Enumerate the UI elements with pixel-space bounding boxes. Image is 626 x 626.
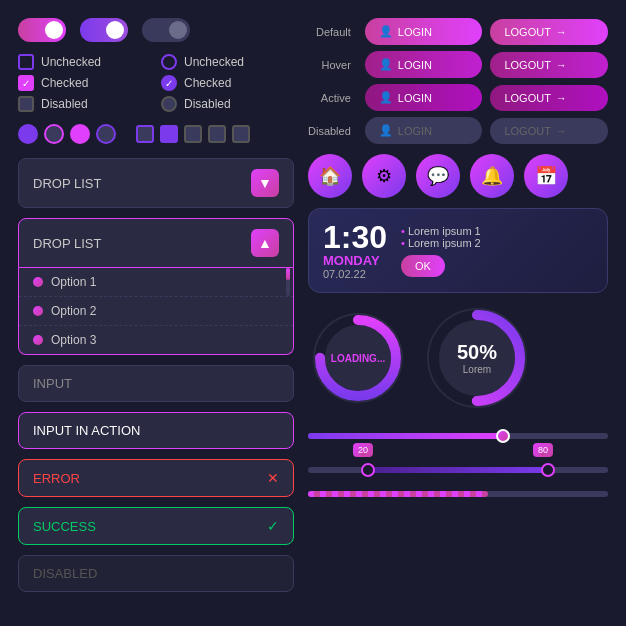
slider-1-container xyxy=(308,423,608,443)
input-default[interactable]: INPUT xyxy=(18,365,294,402)
cb-disabled-circle-box xyxy=(161,96,177,112)
cb-disabled-label: Disabled xyxy=(41,97,88,111)
logout-icon-hover: → xyxy=(556,59,567,71)
loading-circle: LOADING... xyxy=(308,308,408,408)
dot-square-4[interactable] xyxy=(208,125,226,143)
input-disabled: DISABLED xyxy=(18,555,294,592)
cb-checked-circle-label: Checked xyxy=(184,76,231,90)
sliders-column: 20 80 xyxy=(308,423,608,608)
checkbox-unchecked-circle[interactable]: Unchecked xyxy=(161,54,294,70)
slider-2-container: 20 80 xyxy=(308,453,608,477)
dot-square-2[interactable] xyxy=(160,125,178,143)
dropdown-arrow-down[interactable]: ▼ xyxy=(251,169,279,197)
checkbox-checked-circle[interactable]: ✓ Checked xyxy=(161,75,294,91)
state-default-label: Default xyxy=(308,26,357,38)
option-label-2: Option 2 xyxy=(51,304,96,318)
calendar-icon-button[interactable]: 📅 xyxy=(524,154,568,198)
input-success[interactable]: SUCCESS ✓ xyxy=(18,507,294,545)
btn-logout-hover[interactable]: LOGOUT → xyxy=(490,52,608,78)
dropdown-option-1[interactable]: Option 1 xyxy=(19,268,293,297)
dropdown-arrow-up[interactable]: ▲ xyxy=(251,229,279,257)
btn-logout-active[interactable]: LOGOUT → xyxy=(490,85,608,111)
percent-circle-inner: 50% Lorem xyxy=(457,341,497,375)
slider-1-thumb[interactable] xyxy=(496,429,510,443)
dropdown-option-2[interactable]: Option 2 xyxy=(19,297,293,326)
input-active[interactable]: INPUT IN ACTION xyxy=(18,412,294,449)
dot-circle-2[interactable] xyxy=(44,124,64,144)
toggle-on[interactable] xyxy=(18,18,66,42)
cb-unchecked-purple-box[interactable] xyxy=(18,54,34,70)
button-states-grid: Default 👤 LOGIN LOGOUT → Hover 👤 LOGIN L… xyxy=(308,18,608,144)
slider-2-left-thumb[interactable]: 20 xyxy=(361,463,375,477)
toggle-half[interactable] xyxy=(80,18,128,42)
login-icon-default: 👤 xyxy=(379,25,393,38)
cb-checked-pink-box[interactable]: ✓ xyxy=(18,75,34,91)
toggle-off[interactable] xyxy=(142,18,190,42)
dropdown-closed[interactable]: DROP LIST ▼ xyxy=(18,158,294,208)
dropdown-scrollbar xyxy=(286,268,290,296)
settings-icon: ⚙ xyxy=(376,165,392,187)
dot-circle-4[interactable] xyxy=(96,124,116,144)
slider-2-track[interactable]: 20 80 xyxy=(308,467,608,473)
btn-logout-default[interactable]: LOGOUT → xyxy=(490,19,608,45)
clock-date: 07.02.22 xyxy=(323,268,387,280)
dot-square-3[interactable] xyxy=(184,125,202,143)
option-dot-1 xyxy=(33,277,43,287)
percent-circle: 50% Lorem xyxy=(422,303,532,413)
slider-2-right-thumb[interactable]: 80 xyxy=(541,463,555,477)
dropdown-open-label: DROP LIST xyxy=(33,236,101,251)
dropdown-options: Option 1 Option 2 Option 3 xyxy=(18,268,294,355)
slider-3-track xyxy=(308,491,608,497)
dot-circle-1[interactable] xyxy=(18,124,38,144)
right-column: Default 👤 LOGIN LOGOUT → Hover 👤 LOGIN L… xyxy=(308,18,608,608)
btn-login-disabled: 👤 LOGIN xyxy=(365,117,483,144)
btn-login-hover[interactable]: 👤 LOGIN xyxy=(365,51,483,78)
cb-checked-circle-box[interactable]: ✓ xyxy=(161,75,177,91)
dropdown-open-container: DROP LIST ▲ Option 1 Option 2 Option 3 xyxy=(18,218,294,355)
slider-1-track[interactable] xyxy=(308,433,608,439)
input-disabled-text: DISABLED xyxy=(33,566,97,581)
dot-circle-3[interactable] xyxy=(70,124,90,144)
logout-label-disabled: LOGOUT xyxy=(504,125,550,137)
percent-label: Lorem xyxy=(457,364,497,375)
checkbox-checked-pink[interactable]: ✓ Checked xyxy=(18,75,151,91)
logout-icon-disabled: → xyxy=(556,125,567,137)
percent-value: 50% xyxy=(457,341,497,364)
cb-unchecked-circle-box[interactable] xyxy=(161,54,177,70)
settings-icon-button[interactable]: ⚙ xyxy=(362,154,406,198)
slider-3-container xyxy=(308,487,608,501)
toggles-row xyxy=(18,18,294,42)
dropdown-open-header[interactable]: DROP LIST ▲ xyxy=(18,218,294,268)
input-active-text: INPUT IN ACTION xyxy=(33,423,140,438)
loading-circle-inner: LOADING... xyxy=(331,353,385,364)
home-icon-button[interactable]: 🏠 xyxy=(308,154,352,198)
dot-square-1[interactable] xyxy=(136,125,154,143)
login-label-default: LOGIN xyxy=(398,26,432,38)
checkbox-unchecked-purple[interactable]: Unchecked xyxy=(18,54,151,70)
loading-text: LOADING... xyxy=(331,353,385,364)
clock-ok-button[interactable]: OK xyxy=(401,255,445,277)
slider-1-fill xyxy=(308,433,503,439)
logout-label-active: LOGOUT xyxy=(504,92,550,104)
logout-label-default: LOGOUT xyxy=(504,26,550,38)
slider-2-fill xyxy=(368,467,548,473)
checkboxes-grid: Unchecked Unchecked ✓ Checked ✓ Checked … xyxy=(18,54,294,112)
left-column: Unchecked Unchecked ✓ Checked ✓ Checked … xyxy=(18,18,308,608)
state-hover-label: Hover xyxy=(308,59,357,71)
logout-label-hover: LOGOUT xyxy=(504,59,550,71)
dot-square-5[interactable] xyxy=(232,125,250,143)
btn-login-active[interactable]: 👤 LOGIN xyxy=(365,84,483,111)
progress-section: LOADING... xyxy=(308,303,608,413)
cb-unchecked-label: Unchecked xyxy=(41,55,101,69)
login-icon-active: 👤 xyxy=(379,91,393,104)
input-error[interactable]: ERROR ✕ xyxy=(18,459,294,497)
logout-icon-default: → xyxy=(556,26,567,38)
login-label-disabled: LOGIN xyxy=(398,125,432,137)
clock-list: Lorem ipsum 1 Lorem ipsum 2 xyxy=(401,225,593,249)
bell-icon: 🔔 xyxy=(481,165,503,187)
chat-icon-button[interactable]: 💬 xyxy=(416,154,460,198)
chat-icon: 💬 xyxy=(427,165,449,187)
btn-login-default[interactable]: 👤 LOGIN xyxy=(365,18,483,45)
dropdown-option-3[interactable]: Option 3 xyxy=(19,326,293,354)
bell-icon-button[interactable]: 🔔 xyxy=(470,154,514,198)
